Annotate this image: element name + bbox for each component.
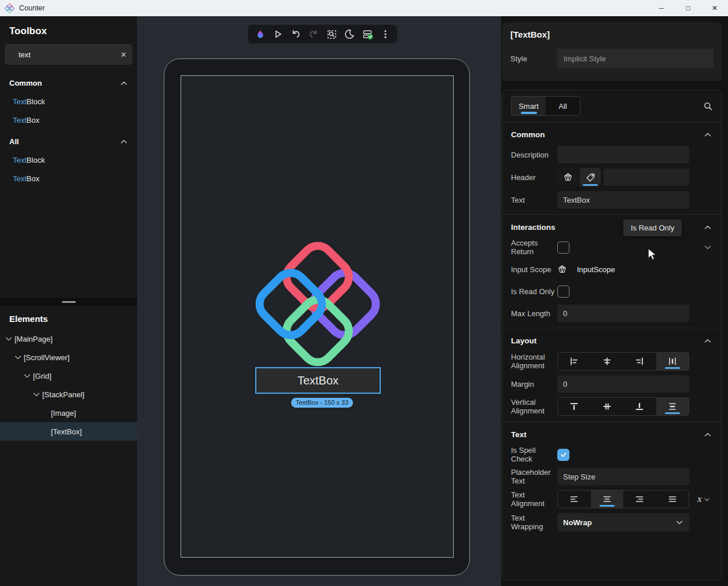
header-tag-button[interactable]: [580, 168, 601, 186]
close-button[interactable]: ✕: [701, 0, 728, 16]
tab-smart[interactable]: Smart: [512, 97, 546, 115]
accepts-return-checkbox[interactable]: [557, 241, 569, 254]
horizontal-alignment-group: [557, 352, 689, 371]
selected-element-title: [TextBox]: [510, 30, 714, 39]
halign-left-button[interactable]: [558, 353, 591, 370]
valign-stretch-button[interactable]: [656, 398, 689, 415]
more-options-kebab-icon[interactable]: [379, 28, 392, 41]
chevron-up-icon[interactable]: [704, 224, 712, 232]
selection-zoom-icon[interactable]: [325, 28, 338, 41]
align-right-icon: [635, 357, 644, 366]
header-input[interactable]: [604, 169, 689, 186]
talign-center-button[interactable]: [591, 490, 624, 508]
is-spell-check-checkbox[interactable]: [557, 449, 569, 461]
accepts-return-label: Accepts Return: [511, 239, 557, 256]
chevron-down-icon[interactable]: [704, 243, 712, 251]
tree-item-grid[interactable]: [Grid]: [0, 367, 137, 385]
chevron-down-icon[interactable]: [14, 353, 22, 361]
undo-icon[interactable]: [289, 28, 302, 41]
dark-theme-moon-icon[interactable]: [343, 28, 356, 41]
panel-splitter[interactable]: [0, 298, 137, 306]
text-alignment-group: [557, 490, 689, 508]
connection-status-icon[interactable]: [361, 28, 374, 41]
toolbox-section-common[interactable]: Common: [0, 71, 137, 92]
halign-right-button[interactable]: [623, 353, 656, 370]
valign-top-button[interactable]: [558, 398, 591, 415]
input-scope-label: Input Scope: [511, 265, 557, 274]
properties-tabs: Smart All: [511, 96, 580, 116]
text-align-right-icon: [635, 495, 644, 504]
header-binding-gem-button[interactable]: [557, 168, 578, 186]
tab-all[interactable]: All: [546, 97, 580, 115]
placeholder-text-input[interactable]: [557, 468, 689, 485]
valign-center-button[interactable]: [591, 398, 624, 415]
properties-panel: [TextBox] Style Smart All Common: [501, 16, 728, 586]
tree-item-image[interactable]: [Image]: [0, 404, 137, 422]
tree-item-mainpage[interactable]: [MainPage]: [0, 329, 137, 348]
tree-item-textbox[interactable]: [TextBox]: [0, 422, 137, 441]
description-input[interactable]: [557, 146, 689, 163]
toolbox-item-textbox-all[interactable]: TextBox: [0, 169, 137, 188]
toolbox-title: Toolbox: [0, 16, 137, 44]
gem-icon: [563, 173, 573, 182]
chevron-down-icon[interactable]: [5, 335, 13, 343]
text-wrapping-label: Text Wrapping: [511, 514, 557, 531]
talign-justify-button[interactable]: [656, 490, 689, 508]
minimize-button[interactable]: ─: [648, 0, 675, 16]
horizontal-alignment-label: Horizontal Alignment: [511, 353, 557, 370]
chevron-up-icon[interactable]: [120, 138, 128, 146]
margin-label: Margin: [511, 380, 557, 389]
is-read-only-checkbox[interactable]: [557, 285, 569, 298]
toolbox-item-textbox[interactable]: TextBox: [0, 111, 137, 129]
chevron-up-icon[interactable]: [704, 337, 712, 345]
toolbox-item-textblock[interactable]: TextBlock: [0, 92, 137, 111]
app-image-logo[interactable]: [252, 238, 384, 370]
design-canvas[interactable]: TextBox TextBox - 150 x 33: [137, 16, 501, 586]
max-length-label: Max Length: [511, 309, 557, 318]
canvas-textbox-element[interactable]: TextBox: [255, 367, 381, 394]
chevron-up-icon[interactable]: [704, 431, 712, 439]
chevron-down-icon: [675, 518, 683, 526]
halign-center-button[interactable]: [591, 353, 624, 370]
section-interactions-title: Interactions: [511, 223, 556, 232]
talign-left-button[interactable]: [558, 490, 591, 508]
markup-extension-button[interactable]: x: [697, 493, 710, 505]
style-input[interactable]: [557, 49, 714, 68]
chevron-up-icon[interactable]: [120, 79, 128, 87]
window-title: Counter: [19, 4, 45, 12]
maximize-button[interactable]: □: [675, 0, 701, 16]
toolbox-search[interactable]: ✕: [5, 44, 133, 65]
toolbox-section-all[interactable]: All: [0, 129, 137, 151]
device-screen[interactable]: TextBox TextBox - 150 x 33: [181, 75, 454, 558]
valign-bottom-button[interactable]: [623, 398, 656, 415]
toolbox-item-textblock-all[interactable]: TextBlock: [0, 151, 137, 169]
selected-element-card: [TextBox] Style: [502, 22, 722, 81]
margin-input[interactable]: [557, 375, 689, 393]
hot-reload-flame-icon[interactable]: [253, 28, 266, 41]
max-length-input[interactable]: [557, 305, 689, 322]
tree-item-stackpanel[interactable]: [StackPanel]: [0, 385, 137, 404]
section-layout-title: Layout: [511, 336, 536, 345]
is-spell-check-label: Is Spell Check: [511, 446, 557, 463]
align-stretch-icon: [668, 357, 677, 366]
section-common-title: Common: [511, 130, 545, 139]
play-icon[interactable]: [271, 28, 284, 41]
app-logo-icon: [5, 3, 14, 13]
input-scope-value[interactable]: InputScope: [577, 265, 615, 274]
chevron-down-icon[interactable]: [32, 390, 41, 398]
text-input[interactable]: [557, 191, 689, 208]
gem-icon[interactable]: [557, 265, 567, 274]
tree-item-scrollviewer[interactable]: [ScrollViewer]: [0, 348, 137, 367]
chevron-down-icon[interactable]: [23, 372, 31, 380]
chevron-up-icon[interactable]: [704, 131, 712, 139]
text-align-center-icon: [602, 495, 612, 504]
clear-search-icon[interactable]: ✕: [120, 50, 127, 59]
header-label: Header: [511, 173, 557, 182]
text-wrapping-dropdown[interactable]: NoWrap: [557, 513, 689, 532]
redo-icon[interactable]: [307, 28, 320, 41]
section-common: Common Description Header Text: [503, 122, 721, 215]
search-properties-icon[interactable]: [703, 101, 713, 111]
halign-stretch-button[interactable]: [656, 353, 689, 370]
talign-right-button[interactable]: [623, 490, 656, 508]
toolbox-search-input[interactable]: [19, 50, 120, 59]
